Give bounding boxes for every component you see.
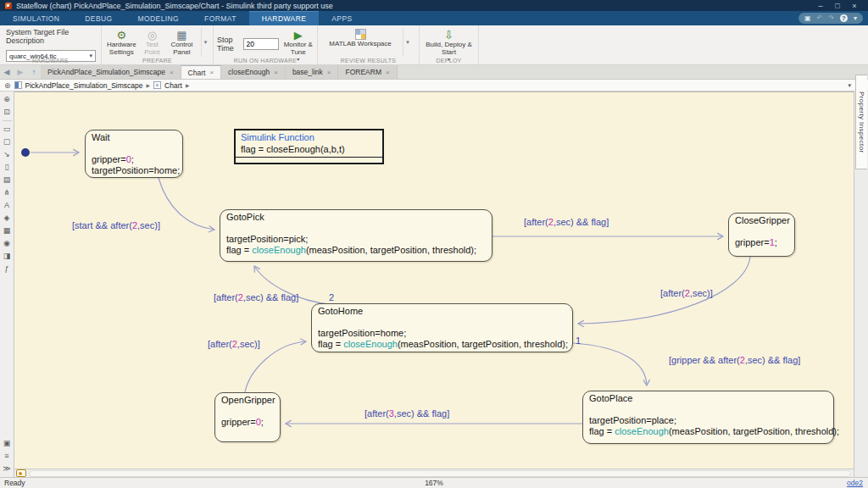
state-gotohome[interactable]: GotoHome targetPosition=home; flag = clo… (311, 303, 573, 352)
box-icon[interactable]: ▯ (5, 161, 9, 174)
stop-time-label: Stop Time (217, 36, 239, 53)
code-text: ; (775, 237, 777, 247)
status-ready: Ready (4, 479, 25, 487)
test-point-button[interactable]: ◎ Test Point (140, 28, 164, 57)
breadcrumb-chart[interactable]: Chart (164, 81, 182, 90)
build-deploy-icon: ⇩ (444, 29, 453, 42)
doc-tab-forearm[interactable]: FOREARM × (338, 65, 397, 79)
label-text: ,sec)] (137, 220, 160, 230)
truth-table-icon[interactable]: ▦ (3, 225, 11, 237)
camera-icon[interactable]: ▣ (3, 437, 11, 450)
state-gotoplace[interactable]: GotoPlace targetPosition=place; flag = c… (582, 391, 834, 444)
simulink-function-body (236, 157, 382, 163)
badge-icon[interactable]: ◈ (4, 212, 10, 225)
tab-apps[interactable]: APPS (319, 11, 364, 25)
state-wait[interactable]: Wait gripper=0; targetPosition=home; (85, 130, 183, 178)
control-panel-button[interactable]: ▦ Control Panel (166, 28, 198, 57)
label-text: [after( (524, 217, 548, 227)
function-icon[interactable]: ƒ (4, 263, 8, 275)
tab-simulation[interactable]: SIMULATION (0, 11, 72, 25)
label-text: ,sec) && flag] (243, 292, 298, 302)
section-prepare: ⚙ Hardware Settings ◎ Test Point ▦ Contr… (102, 25, 214, 64)
code-function: closeEnough (343, 339, 398, 349)
junction-icon[interactable]: ◉ (3, 237, 10, 250)
stateflow-canvas[interactable]: Simulink Function flag = closeEnough(a,b… (14, 92, 854, 469)
save-icon[interactable]: ▣ (804, 15, 811, 22)
quick-access-dropdown-icon[interactable]: ▾ (854, 15, 857, 22)
matlab-workspace-button[interactable]: MATLAB Workspace (321, 28, 399, 48)
expander-caret-icon: ▾ (204, 39, 208, 46)
hardware-settings-button[interactable]: ⚙ Hardware Settings (105, 28, 138, 57)
fit-to-view-icon[interactable]: ⊡ (3, 106, 10, 119)
test-point-label: Test Point (140, 42, 164, 57)
stop-time-input[interactable] (243, 38, 279, 50)
right-dock-strip: Property Inspector (854, 92, 868, 477)
transition-label-opengripper-gotohome[interactable]: [after(2,sec)] (208, 339, 260, 349)
code-text: ; (131, 154, 134, 164)
horizontal-scrollbar[interactable] (29, 470, 851, 477)
prepare-gallery-expander[interactable]: ▾ (201, 28, 209, 57)
annotation-icon[interactable]: A (4, 199, 9, 212)
palette-divider (3, 120, 12, 121)
label-text: [start && after( (72, 220, 132, 230)
transition-priority-2[interactable]: 2 (329, 292, 334, 302)
transition-priority-1[interactable]: 1 (576, 336, 581, 346)
atomic-subchart-icon[interactable]: ▢ (3, 136, 11, 148)
transition-label-wait-gotopick[interactable]: [start && after(2,sec)] (72, 220, 160, 230)
transition-label-closegripper-gotohome[interactable]: [after(2,sec)] (660, 288, 713, 298)
transition-wait-gotopick[interactable] (159, 178, 214, 230)
close-tab-icon[interactable]: × (170, 69, 174, 76)
close-tab-icon[interactable]: × (386, 69, 390, 76)
transition-label-gotohome-gotoplace[interactable]: [gripper && after(2,sec) && flag] (669, 355, 800, 365)
state-name: GotoPick (220, 210, 492, 223)
link-box-icon[interactable]: ▤ (3, 174, 11, 186)
property-inspector-tab[interactable]: Property Inspector (855, 75, 867, 169)
minimize-button[interactable]: – (812, 2, 829, 10)
code-text: targetPosition=pick; (226, 234, 308, 244)
status-zoom-level: 167% (425, 479, 443, 487)
state-closegripper[interactable]: CloseGripper gripper=1; (728, 213, 795, 257)
transition-icon[interactable]: ↘ (3, 148, 10, 161)
transition-gotohome-gotoplace[interactable] (573, 343, 647, 385)
image-icon[interactable]: ◨ (3, 250, 11, 263)
transition-label-gotoplace-opengripper[interactable]: [after(3,sec) && flag] (364, 408, 449, 419)
doc-icon[interactable]: ≡ (4, 450, 8, 463)
transition-label-gotohome-gotopick[interactable]: [after(2,sec) && flag] (214, 292, 298, 302)
default-transition-dot[interactable] (21, 148, 30, 157)
status-bar: Ready 167% ode2 (0, 477, 868, 488)
undo-icon[interactable]: ↶ (817, 15, 823, 22)
expand-icon[interactable]: ≫ (3, 463, 10, 475)
tab-debug[interactable]: DEBUG (72, 11, 125, 25)
tab-format[interactable]: FORMAT (192, 11, 249, 25)
code-text: gripper= (221, 417, 256, 427)
forward-icon[interactable]: ▶ (14, 65, 27, 79)
address-dropdown-icon[interactable]: ▾ (848, 82, 851, 89)
breadcrumb-root-icon[interactable]: ⊛ (4, 81, 11, 90)
breadcrumb-model[interactable]: PickAndPlace_Simulation_Simscape (25, 81, 143, 90)
transition-opengripper-gotohome[interactable] (245, 341, 306, 392)
label-text: [after( (660, 288, 685, 298)
state-body: targetPosition=pick; flag = closeEnough(… (220, 223, 492, 256)
help-icon[interactable]: ? (840, 14, 848, 22)
maximize-button[interactable]: □ (829, 2, 846, 10)
zoom-icon[interactable]: ⊕ (3, 93, 10, 106)
tab-hardware[interactable]: HARDWARE (249, 11, 319, 25)
fork-icon[interactable]: ⋔ (3, 186, 10, 199)
close-tab-icon[interactable]: × (327, 69, 331, 76)
state-body: gripper=0; targetPosition=home; (86, 143, 182, 176)
status-solver-link[interactable]: ode2 (847, 479, 863, 487)
review-gallery-expander[interactable]: ▾ (403, 28, 412, 56)
transition-label-gotopick-closegripper[interactable]: [after(2,sec) && flag] (524, 217, 609, 227)
object-palette: ⊕ ⊡ ▭ ▢ ↘ ▯ ▤ ⋔ A ◈ ▦ ◉ ◨ ƒ ▣ ≡ ≫ (0, 92, 14, 477)
label-text: ,sec) && flag] (394, 408, 449, 419)
toolstrip-spacer (479, 25, 868, 64)
state-opengripper[interactable]: OpenGripper gripper=0; (214, 392, 281, 442)
simulink-function-box[interactable]: Simulink Function flag = closeEnough(a,b… (234, 129, 384, 164)
tab-modeling[interactable]: MODELING (125, 11, 192, 25)
label-text: ,sec)] (237, 339, 260, 349)
state-gotopick[interactable]: GotoPick targetPosition=pick; flag = clo… (220, 209, 492, 262)
state-icon[interactable]: ▭ (3, 123, 11, 136)
redo-icon[interactable]: ↷ (828, 15, 834, 22)
close-button[interactable]: × (846, 2, 863, 10)
overlay-badge-icon[interactable] (16, 469, 26, 477)
